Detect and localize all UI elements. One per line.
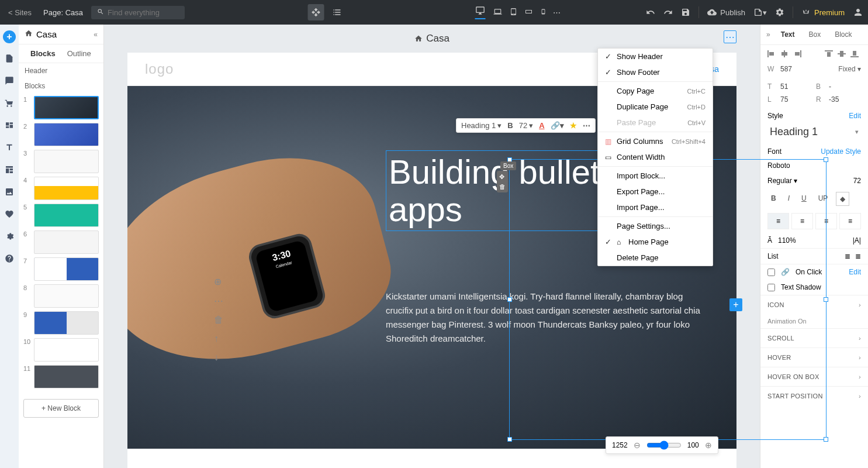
letter-spacing-icon[interactable]: |A| [853,236,861,245]
preview-icon[interactable]: ▾ [753,8,767,17]
link-icon[interactable]: 🔗▾ [551,121,564,130]
tab-blocks[interactable]: Blocks [25,44,61,63]
block-thumb-6[interactable] [34,230,99,254]
page-more-button[interactable]: ⋯ [724,30,736,43]
text-align-right[interactable]: ≡ [815,213,837,229]
redo-icon[interactable] [663,8,673,17]
uppercase-button[interactable]: UP [815,192,832,206]
block-thumb-1[interactable] [34,96,99,119]
bottom-value[interactable]: - [829,82,861,91]
align-top-icon[interactable] [825,50,835,58]
zoom-slider[interactable] [646,441,682,450]
font-size[interactable]: 72 [853,177,861,185]
bullet-list-icon[interactable]: ≣ [845,252,850,260]
tablet-portrait-icon[interactable] [510,7,517,18]
menu-show-header[interactable]: ✓Show Header [598,49,713,64]
user-icon[interactable] [853,7,863,18]
help-icon[interactable] [5,254,14,266]
underline-button[interactable]: U [798,192,810,206]
top-value[interactable]: 51 [780,82,812,91]
add-button[interactable]: + [3,30,16,43]
acc-start[interactable]: START POSITION› [760,386,868,405]
style-select[interactable]: Heading 1▾ [760,122,868,142]
text-align-justify[interactable]: ≡ [839,213,861,229]
menu-delete-page[interactable]: Delete Page [598,250,713,266]
move-icon[interactable]: ✥ [499,173,506,181]
acc-scroll[interactable]: SCROLL› [760,328,868,347]
update-style-link[interactable]: Update Style [821,147,861,156]
heart-icon[interactable] [5,209,14,221]
tab-text[interactable]: Text [774,25,802,44]
add-circle-icon[interactable]: ⊕ [214,276,223,287]
acc-hover[interactable]: HOVER› [760,347,868,367]
image-icon[interactable] [5,187,14,199]
trash-icon[interactable]: 🗑 [499,183,506,190]
style-edit-link[interactable]: Edit [849,112,861,120]
shadow-checkbox[interactable] [767,284,775,291]
move-down-icon[interactable]: ↓ [214,352,223,363]
text-align-center[interactable]: ≡ [791,213,813,229]
onclick-edit[interactable]: Edit [849,268,861,276]
right-value[interactable]: -35 [829,95,861,104]
save-icon[interactable] [681,8,690,17]
menu-duplicate-page[interactable]: Duplicate PageCtrl+D [598,99,713,115]
align-middle-icon[interactable] [838,50,848,58]
toolbar-more-icon[interactable]: ⋯ [583,121,590,130]
publish-button[interactable]: Publish [707,8,745,17]
font-family[interactable]: Roboto [767,161,790,170]
text-align-left[interactable]: ≡ [767,213,789,229]
align-bottom-icon[interactable] [850,50,861,58]
block-thumb-2[interactable] [34,123,99,146]
line-height-value[interactable]: 110% [778,236,796,245]
zoom-out-icon[interactable]: ⊖ [634,441,641,450]
menu-content-width[interactable]: ▭Content Width [598,149,713,165]
onclick-checkbox[interactable] [767,269,775,276]
undo-icon[interactable] [646,8,655,17]
menu-import-block[interactable]: Import Block... [598,168,713,184]
star-icon[interactable]: ★ [570,121,577,130]
block-thumb-11[interactable] [34,365,99,388]
align-right-icon[interactable] [793,50,804,58]
block-thumb-8[interactable] [34,284,99,308]
menu-home-page[interactable]: ✓⌂Home Page [598,234,713,250]
desktop-icon[interactable] [475,6,485,19]
menu-page-settings[interactable]: Page Settings... [598,218,713,234]
menu-export-page[interactable]: Export Page... [598,184,713,199]
align-left-icon[interactable] [767,50,778,58]
menu-copy-page[interactable]: Copy PageCtrl+C [598,83,713,99]
menu-grid-columns[interactable]: ▥Grid ColumnsCtrl+Shift+4 [598,133,713,149]
color-icon[interactable]: A [539,121,544,130]
left-value[interactable]: 75 [780,95,812,104]
acc-icon[interactable]: ICON› [760,295,868,314]
sites-link[interactable]: < Sites [5,8,35,17]
size-select[interactable]: 72 ▾ [519,121,533,130]
layout-icon[interactable] [5,165,14,177]
element-select[interactable]: Heading 1 ▾ [461,121,502,130]
fill-button[interactable]: ◆ [836,192,849,206]
add-right-button[interactable]: + [729,298,742,311]
acc-hover-box[interactable]: HOVER ON BOX› [760,367,868,386]
bold-icon[interactable]: B [507,121,513,130]
store-icon[interactable] [5,98,14,110]
block-thumb-10[interactable] [34,338,99,362]
italic-button[interactable]: I [784,192,793,206]
width-mode[interactable]: Fixed ▾ [838,65,861,73]
tab-block[interactable]: Block [828,25,859,44]
tab-box[interactable]: Box [801,25,828,44]
page-label[interactable]: Page: Casa [40,8,87,17]
zoom-in-icon[interactable]: ⊕ [705,441,712,450]
premium-button[interactable]: Premium [801,8,845,17]
move-handle[interactable]: ✥ 🗑 [497,171,508,192]
gear-icon[interactable] [5,232,14,243]
phone-icon[interactable] [540,7,546,18]
block-thumb-3[interactable] [34,150,99,173]
font-weight[interactable]: Regular ▾ [767,177,797,185]
align-center-icon[interactable] [780,50,791,58]
new-block-button[interactable]: + New Block [23,399,99,418]
bold-button[interactable]: B [767,192,780,206]
number-list-icon[interactable]: ≣ [855,252,861,260]
move-up-icon[interactable]: ↑ [214,333,223,344]
more-icon[interactable]: ⋯ [214,295,223,307]
collapse-icon[interactable]: « [94,30,98,39]
block-thumb-9[interactable] [34,311,99,335]
